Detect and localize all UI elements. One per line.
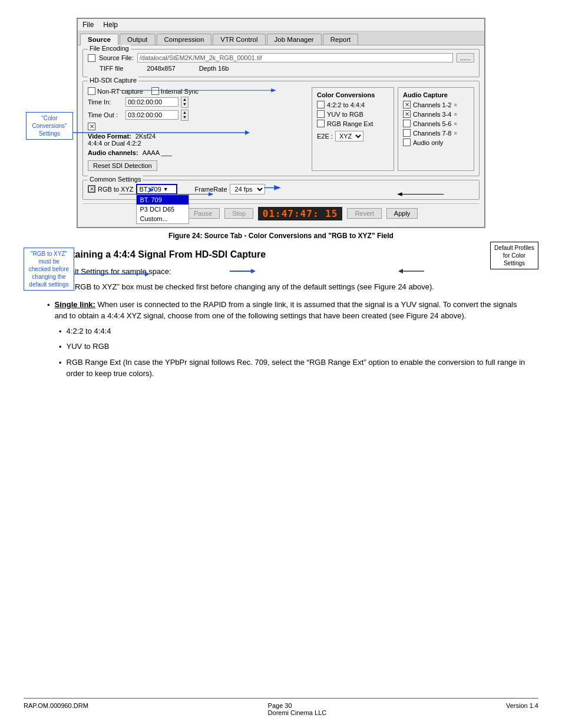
bullet-text-2: Single link: When user is connected to t… [55, 299, 527, 322]
sub-bullet-3: • RGB Range Ext (In case the YPbPr signa… [59, 357, 527, 380]
ch12-checkbox[interactable]: ✕ [403, 101, 411, 108]
tab-vtr-control[interactable]: VTR Control [213, 34, 265, 45]
time-out-input[interactable] [125, 110, 178, 120]
file-type: TIFF file [100, 65, 123, 72]
video-format-sub: 4:4:4 or Dual 4:2:2 [88, 140, 141, 147]
conv-rgb-range-checkbox[interactable] [317, 120, 325, 127]
conv-yuv-checkbox[interactable] [317, 110, 325, 118]
audio-cap-title: Audio Capture [403, 91, 469, 98]
audio-row-5: Audio only [403, 139, 469, 146]
source-file-input[interactable] [137, 53, 453, 62]
conv-442-label: 4:2:2 to 4:4:4 [327, 101, 365, 108]
audio-row-4: Channels 7-8 ≡ [403, 129, 469, 137]
timer-display: 01:47:47: 15 [258, 207, 343, 220]
tab-bar: Source Output Compression VTR Control Jo… [78, 31, 484, 45]
internal-sync-checkbox[interactable] [151, 87, 159, 95]
e2e-select[interactable]: XYZ [335, 131, 363, 141]
internal-sync-check[interactable]: Internal Sync [151, 87, 199, 95]
page: "Color Conversions" Settings "RGB to XYZ… [0, 0, 562, 728]
time-in-down[interactable]: ▼ [181, 102, 188, 107]
bt709-dropdown[interactable]: BT. 709 ▼ [136, 184, 177, 195]
dropdown-list: BT. 709 P3 DCI D65 Custom... [136, 195, 189, 224]
hdsdi-left: Non-RT capture Internal Sync Time In: [88, 87, 307, 171]
figure-caption: Figure 24: Source Tab - Color Conversion… [24, 232, 538, 240]
time-out-label: Time Out : [88, 111, 123, 118]
menu-bar: File Help [78, 19, 484, 31]
ch12-label: Channels 1-2 [413, 101, 451, 108]
video-format-value: 2Ksf24 [135, 133, 156, 140]
file-encoding-title: File Encoding [88, 45, 131, 52]
hdsdi-title: HD-SDI Capture [88, 77, 138, 84]
dropdown-option-custom[interactable]: Custom... [137, 214, 189, 223]
footer-right: Version 1.4 [506, 702, 538, 716]
tab-report[interactable]: Report [323, 34, 359, 45]
tab-output[interactable]: Output [120, 34, 156, 45]
time-in-input[interactable] [125, 97, 178, 107]
tab-source[interactable]: Source [80, 34, 118, 45]
note-paragraph: Note: The “RGB to XYZ” box must be check… [35, 281, 527, 293]
dropdown-arrow-icon: ▼ [163, 186, 168, 192]
browse-button[interactable]: ...... [457, 53, 474, 62]
non-rt-check[interactable]: Non-RT capture [88, 87, 143, 95]
conv-row-1: 4:2:2 to 4:4:4 [317, 101, 389, 108]
tab-job-manager[interactable]: Job Manager [267, 34, 322, 45]
time-in-up[interactable]: ▲ [181, 97, 188, 102]
ch78-label: Channels 7-8 [413, 130, 451, 137]
menu-file[interactable]: File [82, 21, 94, 29]
ch56-label: Channels 5-6 [413, 120, 451, 127]
bullet-dot-2: • [47, 299, 50, 322]
framerate-select[interactable]: 24 fps [230, 184, 265, 195]
rgb-xyz-label: RGB to XYZ [98, 186, 134, 193]
conv-442-checkbox[interactable] [317, 101, 325, 108]
audio-channels-label: Audio channels: [88, 149, 138, 156]
stop-button[interactable]: Stop [224, 208, 253, 219]
conv-yuv-label: YUV to RGB [327, 111, 363, 118]
footer-left: RAP.OM.000960.DRM [24, 702, 88, 716]
video-format-label: Video Format: [88, 133, 131, 140]
rgb-xyz-checkbox[interactable]: ✕ [88, 185, 95, 193]
pause-button[interactable]: Pause [186, 208, 220, 219]
sub-bullet-dot-1: • [59, 326, 62, 338]
audio-row-1: ✕ Channels 1-2 ≡ [403, 101, 469, 108]
time-out-down[interactable]: ▼ [181, 115, 188, 120]
color-conv-title: Color Conversions [317, 91, 389, 98]
section-heading: 4.9.1 Obtaining a 4:4:4 Signal From HD-S… [35, 249, 527, 260]
page-footer: RAP.OM.000960.DRM Page 30 Doremi Cinema … [24, 698, 538, 716]
file-encoding-checkbox[interactable] [88, 54, 95, 62]
ch56-checkbox[interactable] [403, 120, 411, 127]
ch34-icon: ≡ [454, 111, 457, 117]
hdsdi-right: Color Conversions 4:2:2 to 4:4:4 YUV to … [312, 87, 474, 171]
rgb-xyz-row: ➤ ✕ RGB to XYZ BT. 709 ▼ BT. 709 P [88, 184, 177, 195]
conv-row-2: YUV to RGB [317, 110, 389, 118]
sub-bullet-2: • YUV to RGB [59, 341, 527, 353]
ch78-checkbox[interactable] [403, 129, 411, 137]
source-file-label: Source File: [99, 54, 134, 61]
ch12-icon: ≡ [454, 102, 457, 108]
dropdown-option-bt709[interactable]: BT. 709 [137, 195, 189, 205]
file-encoding-group: File Encoding Source File: ...... TIFF f… [82, 49, 480, 77]
tab-compression[interactable]: Compression [157, 34, 212, 45]
reset-sdi-button[interactable]: Reset SDI Detection [88, 160, 157, 171]
conv-row-3: RGB Range Ext [317, 120, 389, 127]
framerate-row: FrameRate 24 fps [195, 184, 265, 195]
time-in-spinner[interactable]: ▲ ▼ [181, 97, 189, 108]
video-format-checkbox[interactable]: ✕ [88, 123, 95, 130]
apply-button[interactable]: Apply [386, 208, 418, 219]
dropdown-option-p3[interactable]: P3 DCI D65 [137, 205, 189, 214]
non-rt-checkbox[interactable] [88, 87, 95, 95]
ch78-icon: ≡ [454, 130, 457, 136]
revert-button[interactable]: Revert [347, 208, 381, 219]
ch56-icon: ≡ [454, 121, 457, 127]
audio-only-checkbox[interactable] [403, 139, 411, 146]
sub-bullet-dot-2: • [59, 341, 62, 353]
e2e-label: E2E : [317, 133, 333, 140]
menu-help[interactable]: Help [103, 21, 118, 29]
framerate-label: FrameRate [195, 186, 227, 193]
color-conversions-box: Color Conversions 4:2:2 to 4:4:4 YUV to … [312, 87, 394, 171]
time-out-up[interactable]: ▲ [181, 110, 188, 115]
dropdown-value: BT. 709 [140, 186, 161, 193]
time-out-spinner[interactable]: ▲ ▼ [181, 110, 189, 121]
hdsdi-group: HD-SDI Capture Non-RT capture [82, 81, 480, 176]
audio-only-label: Audio only [413, 139, 443, 146]
ch34-checkbox[interactable]: ✕ [403, 110, 411, 118]
